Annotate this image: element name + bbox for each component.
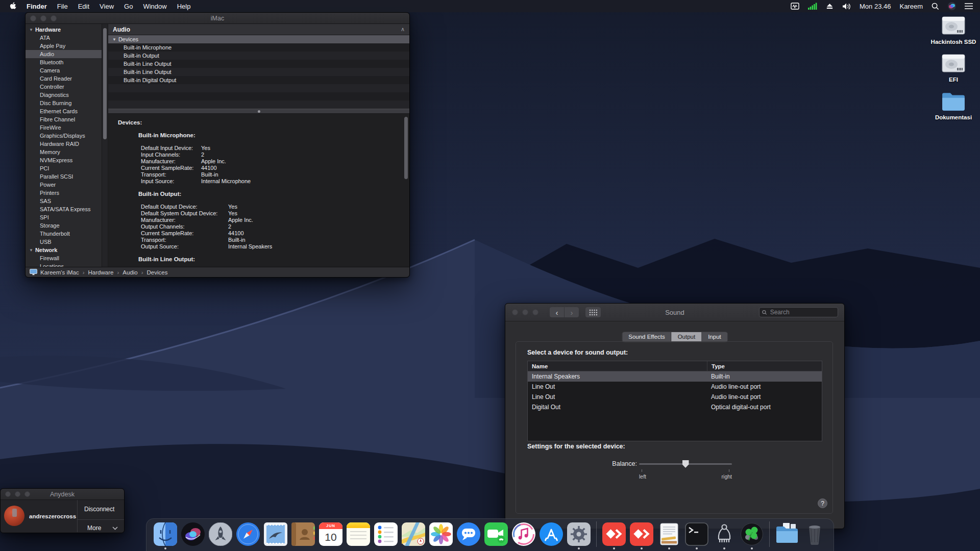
maps-icon[interactable] (402, 522, 425, 546)
sidebar-item[interactable]: Camera (26, 66, 102, 74)
notes-icon[interactable] (347, 522, 370, 546)
sidebar-item[interactable]: PCI (26, 164, 102, 172)
appstore-icon[interactable] (540, 522, 563, 546)
sidebar-item[interactable]: Power (26, 181, 102, 189)
sidebar-item[interactable]: Hardware RAID (26, 140, 102, 148)
disconnect-button[interactable]: Disconnect (84, 506, 114, 513)
sidebar-item[interactable]: ATA (26, 34, 102, 42)
textedit-icon[interactable] (657, 522, 681, 546)
minimize-button[interactable] (522, 309, 528, 315)
pane-header[interactable]: Audio ∧ (108, 24, 409, 35)
apple-menu[interactable] (5, 2, 21, 10)
sidebar-item[interactable]: SAS (26, 197, 102, 205)
device-row[interactable]: Built-in Line Output (108, 60, 409, 68)
sidebar-item[interactable]: Network (26, 246, 102, 254)
breadcrumb-item[interactable]: Kareem's iMac (40, 269, 79, 276)
balance-slider[interactable]: left right (639, 463, 732, 465)
sidebar-item[interactable]: SPI (26, 213, 102, 221)
terminal-icon[interactable] (685, 522, 708, 546)
column-type[interactable]: Type (707, 361, 822, 371)
launchpad-icon[interactable] (209, 522, 232, 546)
sound-toolbar[interactable]: ‹ › Sound (505, 304, 844, 321)
help-button[interactable]: ? (818, 498, 827, 508)
menu-item[interactable]: View (94, 3, 119, 10)
siri-icon[interactable] (181, 522, 205, 546)
facetime-icon[interactable] (484, 522, 508, 546)
contacts-icon[interactable] (291, 522, 315, 546)
sidebar-item[interactable]: Graphics/Displays (26, 132, 102, 140)
menu-item[interactable]: Go (119, 3, 138, 10)
sidebar-item[interactable]: Audio (26, 50, 102, 58)
downloads-icon[interactable] (775, 522, 799, 546)
sidebar-item[interactable]: Thunderbolt (26, 230, 102, 238)
sidebar-item[interactable]: USB (26, 238, 102, 246)
tab[interactable]: Sound Effects (622, 332, 671, 342)
sidebar-item[interactable]: Printers (26, 189, 102, 197)
hackintool-icon[interactable] (713, 522, 736, 546)
notification-center-icon[interactable] (965, 3, 973, 10)
menu-clock[interactable]: Mon 23.46 (860, 3, 891, 10)
sidebar-item[interactable]: Diagnostics (26, 91, 102, 99)
trash-icon[interactable] (803, 522, 826, 546)
menu-item[interactable]: Help (172, 3, 196, 10)
breadcrumb-item[interactable]: Hardware (79, 269, 114, 276)
desktop-icon[interactable]: Hackintosh SSD (930, 13, 977, 45)
device-row[interactable] (108, 84, 409, 92)
sidebar-item[interactable]: Firewall (26, 254, 102, 262)
clover-configurator-icon[interactable] (740, 522, 764, 546)
column-name[interactable]: Name (528, 363, 707, 369)
spotlight-search-icon[interactable] (932, 3, 939, 10)
device-row[interactable] (108, 101, 409, 109)
forward-button[interactable]: › (565, 307, 579, 317)
details-scrollbar[interactable] (404, 116, 408, 265)
sidebar-item[interactable]: Card Reader (26, 74, 102, 83)
table-header[interactable]: Name Type (528, 361, 822, 371)
device-row[interactable]: Built-in Microphone (108, 43, 409, 52)
anydesk-titlebar[interactable]: Anydesk (1, 489, 124, 500)
calendar-icon[interactable]: JUN10 (319, 522, 342, 546)
sidebar-item[interactable]: Bluetooth (26, 58, 102, 66)
sysinfo-titlebar[interactable]: iMac (26, 13, 409, 24)
volume-icon[interactable] (842, 3, 851, 10)
finder-icon[interactable] (154, 522, 177, 546)
menu-item[interactable]: Window (138, 3, 172, 10)
sidebar-item[interactable]: Locations (26, 262, 102, 267)
sidebar-item[interactable]: SATA/SATA Express (26, 205, 102, 213)
menu-item[interactable]: File (52, 3, 73, 10)
sidebar-item[interactable]: Ethernet Cards (26, 107, 102, 115)
back-button[interactable]: ‹ (550, 307, 564, 317)
messages-icon[interactable] (457, 522, 480, 546)
table-row[interactable]: Line Out Audio line-out port (528, 392, 822, 402)
menu-item[interactable]: Edit (73, 3, 94, 10)
anydesk-icon[interactable] (602, 522, 626, 546)
menu-item[interactable]: Finder (21, 3, 52, 10)
more-button[interactable]: More (87, 524, 118, 532)
sidebar-item[interactable]: Storage (26, 221, 102, 230)
close-button[interactable] (512, 309, 518, 315)
tab[interactable]: Output (672, 332, 702, 342)
collapse-chevron-icon[interactable]: ∧ (401, 26, 405, 33)
table-row[interactable]: Digital Out Optical digital-out port (528, 402, 822, 412)
sidebar-item[interactable]: Disc Burning (26, 99, 102, 107)
device-row[interactable]: Built-in Line Output (108, 68, 409, 76)
signal-strength-icon[interactable] (808, 3, 817, 10)
menu-user[interactable]: Kareem (899, 3, 923, 10)
mail-icon[interactable] (264, 522, 287, 546)
anydesk-status-icon[interactable] (791, 2, 799, 10)
sidebar-item[interactable]: Fibre Channel (26, 115, 102, 123)
sidebar-item[interactable]: Memory (26, 148, 102, 156)
breadcrumb-item[interactable]: Audio (113, 269, 137, 276)
photos-icon[interactable] (429, 522, 453, 546)
sidebar-item[interactable]: Apple Pay (26, 42, 102, 50)
reminders-icon[interactable] (374, 522, 398, 546)
sidebar-item[interactable]: FireWire (26, 123, 102, 132)
device-row[interactable]: Built-in Digital Output (108, 76, 409, 84)
sidebar-scrollbar[interactable] (102, 24, 108, 267)
show-all-button[interactable] (585, 307, 601, 317)
system-preferences-icon[interactable] (567, 522, 591, 546)
anydesk-icon[interactable] (630, 522, 653, 546)
sidebar-item[interactable]: NVMExpress (26, 156, 102, 164)
search-input[interactable] (769, 308, 835, 316)
desktop-icon[interactable]: Dokumentasi (930, 89, 977, 121)
table-row[interactable]: Internal Speakers Built-in (528, 371, 822, 382)
